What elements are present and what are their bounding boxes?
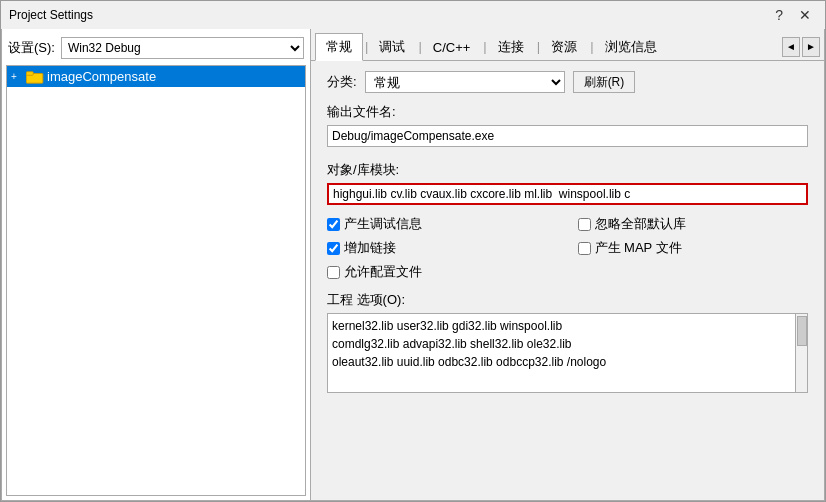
output-label: 输出文件名: <box>327 103 808 121</box>
tab-debug[interactable]: 调试 <box>368 33 416 60</box>
libs-input[interactable] <box>327 183 808 205</box>
checkbox-allow-config: 允许配置文件 <box>327 263 558 281</box>
checkbox-debug-info: 产生调试信息 <box>327 215 558 233</box>
vertical-scrollbar[interactable] <box>795 314 807 392</box>
checkbox-map-file: 产生 MAP 文件 <box>578 239 809 257</box>
left-panel: 设置(S): Win32 Debug + imageCompensate <box>1 29 311 501</box>
checkbox-map-file-label: 产生 MAP 文件 <box>595 239 682 257</box>
project-options-label: 工程 选项(O): <box>327 291 808 309</box>
checkbox-map-file-input[interactable] <box>578 242 591 255</box>
dialog-title: Project Settings <box>9 8 93 22</box>
title-bar: Project Settings ? ✕ <box>1 1 825 29</box>
tab-general[interactable]: 常规 <box>315 33 363 61</box>
content-area: 分类: 常规 刷新(R) 输出文件名: 对象/库模块: <box>311 61 824 500</box>
project-options-textarea-wrapper: kernel32.lib user32.lib gdi32.lib winspo… <box>327 313 808 393</box>
project-options-content[interactable]: kernel32.lib user32.lib gdi32.lib winspo… <box>328 314 795 392</box>
tab-link[interactable]: 连接 <box>487 33 535 60</box>
folder-icon <box>26 70 44 84</box>
tab-prev-button[interactable]: ◄ <box>782 37 800 57</box>
libs-label: 对象/库模块: <box>327 161 808 179</box>
checkbox-debug-info-label: 产生调试信息 <box>344 215 422 233</box>
checkbox-add-link: 增加链接 <box>327 239 558 257</box>
checkboxes-grid: 产生调试信息 忽略全部默认库 增加链接 产生 MAP 文件 <box>327 215 808 281</box>
right-panel: 常规 | 调试 | C/C++ | 连接 | 资源 | 浏览信息 ◄ ► <box>311 29 825 501</box>
tree-item-label: imageCompensate <box>47 69 156 84</box>
category-select[interactable]: 常规 <box>365 71 565 93</box>
tree-item-imagecompensate[interactable]: + imageCompensate <box>7 66 305 87</box>
output-input[interactable] <box>327 125 808 147</box>
tab-browse[interactable]: 浏览信息 <box>594 33 668 60</box>
checkbox-allow-config-label: 允许配置文件 <box>344 263 422 281</box>
refresh-button[interactable]: 刷新(R) <box>573 71 636 93</box>
dialog-body: 设置(S): Win32 Debug + imageCompensate <box>1 29 825 501</box>
checkbox-add-link-label: 增加链接 <box>344 239 396 257</box>
checkbox-ignore-defaults-input[interactable] <box>578 218 591 231</box>
svg-rect-1 <box>26 71 33 75</box>
help-button[interactable]: ? <box>769 6 789 24</box>
checkbox-add-link-input[interactable] <box>327 242 340 255</box>
title-buttons: ? ✕ <box>769 6 817 24</box>
config-select[interactable]: Win32 Debug <box>61 37 304 59</box>
tree-area: + imageCompensate <box>6 65 306 496</box>
category-label: 分类: <box>327 73 357 91</box>
settings-row: 设置(S): Win32 Debug <box>6 33 306 63</box>
scrollbar-thumb <box>797 316 807 346</box>
checkbox-ignore-defaults-label: 忽略全部默认库 <box>595 215 686 233</box>
dialog-container: Project Settings ? ✕ 设置(S): Win32 Debug … <box>0 0 826 502</box>
settings-label: 设置(S): <box>8 39 55 57</box>
tab-navigation: ◄ ► <box>782 37 820 57</box>
expand-icon: + <box>11 71 23 82</box>
category-row: 分类: 常规 刷新(R) <box>327 71 808 93</box>
checkbox-ignore-defaults: 忽略全部默认库 <box>578 215 809 233</box>
checkbox-debug-info-input[interactable] <box>327 218 340 231</box>
close-button[interactable]: ✕ <box>793 6 817 24</box>
libs-input-wrapper <box>327 183 808 205</box>
tabs-bar: 常规 | 调试 | C/C++ | 连接 | 资源 | 浏览信息 ◄ ► <box>311 29 824 61</box>
tab-next-button[interactable]: ► <box>802 37 820 57</box>
checkbox-allow-config-input[interactable] <box>327 266 340 279</box>
tab-resource[interactable]: 资源 <box>540 33 588 60</box>
tab-cpp[interactable]: C/C++ <box>422 35 482 59</box>
